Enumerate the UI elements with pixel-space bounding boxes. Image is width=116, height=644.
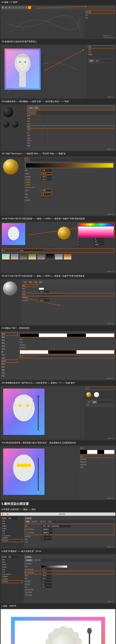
glow-checkbox[interactable] — [44, 142, 46, 144]
tool-5[interactable]: ✦ — [14, 6, 18, 9]
material-preview-black[interactable] — [3, 107, 13, 117]
hdri-thumb-6[interactable] — [46, 254, 54, 260]
gamma-input[interactable]: 1 — [41, 538, 52, 540]
gi-primary-dropdown[interactable]: 辐照缓存 — [42, 528, 52, 531]
color-swatch[interactable] — [39, 288, 44, 290]
hdri-thumb-5[interactable] — [37, 254, 45, 260]
hdri-thumb-4[interactable] — [28, 254, 36, 260]
step-xii-panel: 背景 天空 大卫 摄像机 基本 坐标 思缘设计论坛 — [0, 44, 116, 99]
alpha-texture-slot[interactable] — [36, 356, 75, 357]
min-traffic-light[interactable] — [4, 514, 6, 515]
tab-basic[interactable]: 基本 — [89, 60, 94, 62]
color-checkbox[interactable] — [44, 115, 46, 117]
attenuation-dropdown[interactable]: 平均 — [41, 169, 52, 172]
gi-preset-dropdown[interactable]: 室内 - 预览（高漫射深度） — [42, 525, 70, 528]
floor-menu-item[interactable]: ▦ 背景 — [85, 10, 114, 14]
hdri-thumb-2[interactable] — [11, 254, 18, 260]
texture-path[interactable] — [39, 294, 65, 295]
tool-1[interactable]: ▦ — [1, 6, 4, 9]
gi-tree-item[interactable]: 全局光照 — [2, 539, 23, 542]
lum-checkbox[interactable] — [44, 120, 46, 122]
self-shadow-checkbox[interactable] — [41, 594, 43, 596]
reflect-checkbox[interactable] — [44, 126, 46, 128]
tool-8[interactable]: ◎ — [24, 6, 28, 9]
sat-val-picker[interactable] — [78, 226, 114, 237]
viewport-xii[interactable] — [1, 45, 87, 98]
eval-trans-checkbox[interactable] — [41, 592, 43, 593]
soft-checkbox[interactable] — [36, 344, 38, 346]
tree-sky[interactable]: 天空 — [88, 48, 114, 51]
mat-editor-menu: 文件 编辑 功能 纹理 — [22, 280, 114, 284]
tree-david-xvi[interactable]: 大卫 — [85, 387, 114, 390]
ao-tree-item[interactable]: 环境吸收 — [2, 580, 23, 583]
tab-coord[interactable]: 坐标 — [94, 60, 100, 62]
roughness-input[interactable]: 40 % — [41, 172, 52, 175]
hue-slider[interactable] — [78, 223, 114, 226]
mixmode-dropdown[interactable] — [39, 298, 49, 298]
viewport-xvii[interactable] — [1, 446, 79, 500]
final-render: 思缘设计论坛www.MissYuan.com — [0, 609, 116, 644]
add-button[interactable]: 添加 — [28, 106, 34, 110]
mat-thumb-2[interactable] — [12, 121, 18, 128]
diffuse-depth-input[interactable]: 4 — [41, 536, 52, 538]
refl-strength-input[interactable]: 100 % — [41, 176, 52, 178]
minsample-input[interactable]: 10 — [41, 580, 52, 582]
sky-env-checkbox[interactable] — [41, 589, 43, 590]
invert-checkbox[interactable] — [36, 342, 38, 343]
max-traffic-light[interactable] — [7, 514, 8, 515]
tool-3[interactable]: ◉ — [8, 6, 11, 9]
hdri-thumb-3[interactable] — [20, 254, 27, 260]
imgalpha-checkbox[interactable] — [36, 347, 38, 348]
diffuse-checkbox[interactable] — [44, 118, 46, 120]
type-dropdown[interactable] — [36, 340, 46, 340]
search-input[interactable] — [18, 249, 44, 252]
fog-checkbox[interactable] — [44, 132, 46, 134]
tool-2[interactable]: ◐ — [4, 6, 8, 9]
trans-checkbox[interactable] — [44, 123, 46, 125]
disp-checkbox[interactable] — [44, 145, 46, 146]
texture-slot[interactable] — [41, 197, 52, 198]
contrast-input[interactable]: 0 % — [41, 586, 52, 588]
tree-camera[interactable]: 摄像机 — [88, 53, 114, 56]
tab-default-highlight[interactable]: 默认高光 — [28, 111, 36, 114]
ao-color-gradient[interactable] — [41, 566, 67, 568]
tool-4[interactable]: ▭ — [11, 6, 14, 9]
hdri-thumb-7[interactable] — [55, 254, 63, 260]
dispersion-input[interactable]: 100 % — [41, 574, 52, 577]
alpha-gradient-1[interactable] — [20, 333, 114, 337]
background-tool[interactable]: ▢ — [28, 6, 31, 9]
normal-checkbox[interactable] — [44, 137, 46, 139]
tree-david[interactable]: 大卫 — [88, 51, 114, 53]
tab-layer1[interactable]: 层 — [25, 158, 30, 161]
env-checkbox[interactable] — [44, 129, 46, 131]
material-preview-gold[interactable] — [3, 159, 18, 174]
alpha-gradient-2[interactable] — [20, 350, 114, 354]
mat-slot-1[interactable] — [86, 392, 92, 397]
minray-input[interactable]: 0 cm — [41, 568, 52, 570]
hdri-thumb-1[interactable] — [2, 254, 10, 260]
preset-dropdown[interactable]: 金 — [41, 193, 52, 196]
fresnel-dropdown[interactable]: 导体 — [41, 189, 52, 192]
maxray-input[interactable]: 20 cm — [42, 572, 52, 574]
mat-thumb-1[interactable] — [3, 121, 10, 128]
main-viewport[interactable] — [1, 10, 84, 38]
tool-6[interactable]: ⬡ — [18, 6, 21, 9]
chrome-preview[interactable] — [3, 282, 17, 296]
tool-7[interactable]: ✢ — [21, 6, 24, 9]
maxsample-input[interactable]: 64 — [41, 583, 52, 585]
alpha-checkbox[interactable] — [44, 140, 46, 141]
bump-checkbox[interactable] — [44, 134, 46, 136]
viewport-xiv[interactable] — [1, 222, 77, 248]
viewport-xvi[interactable] — [1, 386, 84, 440]
spec-strength-input[interactable]: 100 % — [41, 178, 52, 180]
close-traffic-light[interactable] — [2, 514, 3, 515]
mat-slot-2[interactable] — [94, 392, 99, 397]
hdri-thumb-8[interactable] — [64, 254, 72, 260]
step-xvi-panel: 大卫 基本 坐标 工程 思缘设计论坛 — [0, 386, 116, 440]
accuracy-input[interactable]: 50 % — [41, 578, 52, 580]
remove-button[interactable]: 移除 — [34, 106, 39, 110]
brightness-input[interactable]: 100 % — [39, 290, 49, 293]
gi-secondary-dropdown[interactable]: 辐照缓存 — [42, 532, 52, 534]
tree-background[interactable]: 背景 — [88, 46, 114, 48]
invert-checkbox-xvii[interactable] — [97, 456, 98, 457]
